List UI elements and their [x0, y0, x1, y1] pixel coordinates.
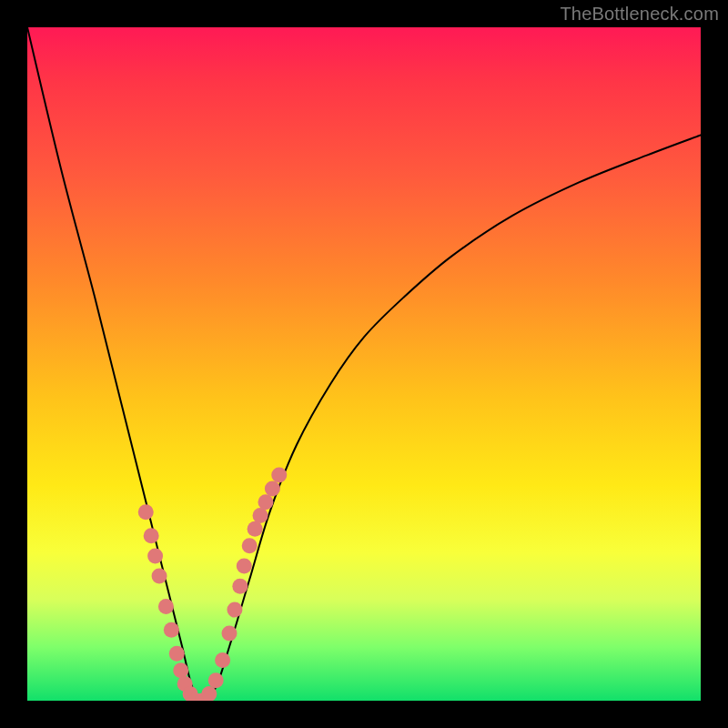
sample-point — [253, 508, 268, 523]
sample-point — [222, 626, 238, 642]
sample-point — [265, 480, 280, 496]
sample-points — [138, 468, 288, 701]
sample-point — [237, 559, 252, 574]
sample-point — [208, 672, 224, 688]
sample-point — [147, 548, 163, 563]
sample-point — [164, 622, 179, 638]
sample-point — [271, 468, 287, 483]
sample-point — [152, 569, 167, 584]
chart-frame: TheBottleneck.com — [0, 0, 728, 728]
sample-point — [258, 494, 273, 510]
sample-point — [173, 662, 188, 678]
sample-point — [232, 579, 248, 594]
sample-point — [144, 528, 159, 543]
sample-point — [138, 504, 154, 520]
watermark-text: TheBottleneck.com — [560, 4, 719, 25]
sample-point — [215, 652, 230, 668]
plot-area — [27, 27, 701, 701]
sample-point — [158, 599, 174, 614]
sample-point — [242, 538, 258, 553]
curve-layer — [27, 27, 701, 701]
bottleneck-curve — [27, 27, 701, 701]
sample-point — [248, 521, 263, 537]
sample-point — [169, 646, 185, 662]
sample-point — [227, 602, 242, 618]
